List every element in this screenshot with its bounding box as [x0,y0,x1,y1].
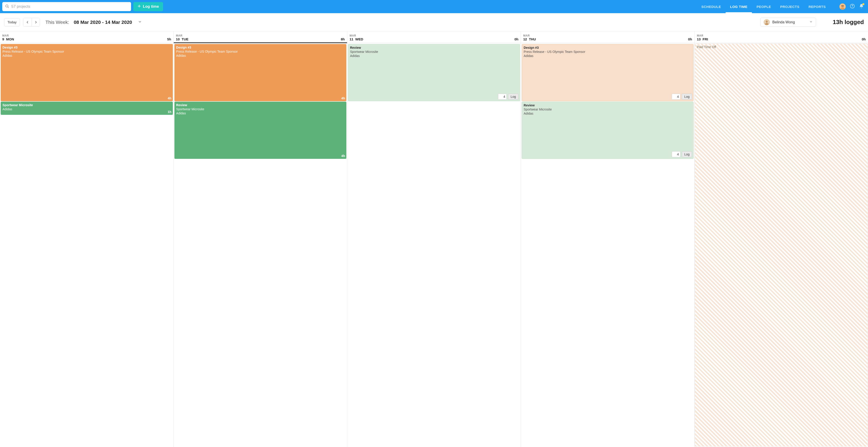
card-client: Adidas [524,111,692,115]
svg-point-5 [841,5,843,7]
day-column: MAR 12 THU 0h Design #3Press Release - U… [521,31,695,447]
card-title: Review [176,103,345,107]
day-month: MAR [349,34,519,37]
pto-block[interactable]: Paid Time Off [695,43,868,447]
day-header[interactable]: MAR 13 FRI 0h [694,31,868,43]
pto-label: Paid Time Off [697,45,716,49]
week-grid: MAR 9 MON 5h Design #3Press Release - US… [0,31,868,447]
person-picker[interactable]: Belinda Wong [761,18,816,27]
day-month: MAR [523,34,692,37]
log-button[interactable]: Log [508,94,518,100]
day-header[interactable]: MAR 10 TUE 8h [174,31,347,43]
day-header[interactable]: MAR 11 WED 0h [347,31,521,43]
day-number: 11 [349,37,353,41]
day-name: MON [6,37,14,41]
nav-reports[interactable]: REPORTS [804,0,830,13]
search-icon [5,4,9,9]
day-header[interactable]: MAR 9 MON 5h [0,31,174,43]
time-card[interactable]: ReviewSportwear MicrositeAdidas4h [175,102,347,159]
time-card[interactable]: Sportwear MicrositeAdidas1h [1,102,173,115]
card-client: Adidas [524,54,692,58]
topbar: Log time SCHEDULE LOG TIME PEOPLE PROJEC… [0,0,868,13]
day-name: TUE [182,37,188,41]
time-card[interactable]: ReviewSportwear MicrositeAdidas Log [348,44,520,101]
help-icon[interactable] [850,4,855,9]
week-label: This Week: [45,20,69,25]
day-hours: 8h [341,37,345,41]
day-month: MAR [176,34,345,37]
nav-log-time[interactable]: LOG TIME [725,0,752,13]
day-month: MAR [697,34,866,37]
day-name: FRI [703,37,708,41]
week-picker-caret[interactable] [138,20,142,25]
next-week-button[interactable] [32,18,40,26]
day-column: MAR 11 WED 0h ReviewSportwear MicrositeA… [347,31,521,447]
search-wrap [2,2,131,11]
card-hours: 1h [167,110,171,114]
day-hours: 0h [515,37,519,41]
day-column: MAR 10 TUE 8h Design #3Press Release - U… [174,31,347,447]
card-subtitle: Sportwear Microsite [524,107,692,111]
top-icons [839,3,864,10]
card-client: Adidas [2,54,171,58]
day-month: MAR [2,34,171,37]
day-number: 9 [2,37,4,41]
card-title: Review [524,103,692,107]
day-hours: 0h [688,37,692,41]
card-client: Adidas [176,54,345,58]
week-nav [23,18,40,27]
day-body[interactable]: ReviewSportwear MicrositeAdidas Log [347,43,521,447]
log-hours-input[interactable] [672,94,680,100]
log-hours-input[interactable] [498,94,507,100]
svg-point-11 [766,21,768,23]
nav-schedule[interactable]: SCHEDULE [697,0,725,13]
time-card[interactable]: Design #3Press Release - US Olympic Team… [522,44,694,101]
day-body[interactable]: Design #3Press Release - US Olympic Team… [521,43,694,447]
log-time-button[interactable]: Log time [133,2,163,11]
day-number: 10 [176,37,180,41]
card-client: Adidas [350,54,518,58]
logged-total: 13h logged [833,19,864,26]
person-picker-name: Belinda Wong [772,20,795,24]
day-number: 13 [697,37,701,41]
card-client: Adidas [2,107,171,111]
day-header[interactable]: MAR 12 THU 0h [521,31,694,43]
day-body[interactable]: Design #3Press Release - US Olympic Team… [0,43,174,447]
card-subtitle: Sportwear Microsite [176,107,345,111]
day-name: THU [529,37,536,41]
today-button[interactable]: Today [4,18,20,26]
time-card[interactable]: ReviewSportwear MicrositeAdidas Log [522,102,694,159]
card-title: Design #3 [2,45,171,49]
current-user-avatar[interactable] [839,3,846,10]
search-input[interactable] [11,4,128,9]
day-body[interactable]: Design #3Press Release - US Olympic Team… [174,43,347,447]
day-hours: 5h [167,37,171,41]
day-name: WED [355,37,363,41]
subheader: Today This Week: 08 Mar 2020 - 14 Mar 20… [0,13,868,31]
card-title: Design #3 [524,45,692,50]
day-column: MAR 9 MON 5h Design #3Press Release - US… [0,31,174,447]
log-button[interactable]: Log [682,151,692,157]
notifications-button[interactable] [859,4,864,9]
day-body[interactable]: Paid Time Off [694,43,868,447]
log-hours-input[interactable] [672,151,680,157]
card-hours: 4h [167,96,171,100]
card-hours: 4h [341,96,345,100]
log-button[interactable]: Log [682,94,692,100]
primary-nav: SCHEDULE LOG TIME PEOPLE PROJECTS REPORT… [697,0,830,13]
plus-icon [137,4,141,9]
card-hours: 4h [341,154,345,158]
nav-projects[interactable]: PROJECTS [776,0,804,13]
card-subtitle: Press Release - US Olympic Team Sponsor [524,50,692,54]
card-title: Sportwear Microsite [2,103,171,107]
log-time-button-label: Log time [143,4,159,9]
prev-week-button[interactable] [23,18,32,26]
card-subtitle: Sportwear Microsite [350,50,518,54]
card-subtitle: Press Release - US Olympic Team Sponsor [2,49,171,54]
notification-dot [862,3,864,5]
time-card[interactable]: Design #3Press Release - US Olympic Team… [175,44,347,101]
nav-people[interactable]: PEOPLE [752,0,776,13]
svg-point-9 [852,7,852,7]
time-card[interactable]: Design #3Press Release - US Olympic Team… [1,44,173,101]
person-picker-avatar [764,19,770,25]
